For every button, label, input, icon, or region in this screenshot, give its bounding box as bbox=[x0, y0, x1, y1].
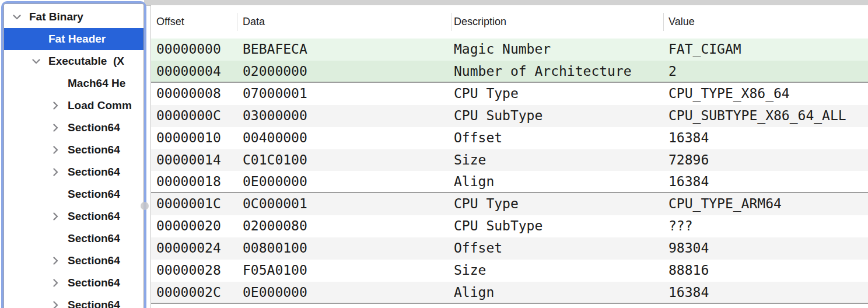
chevron-right-icon[interactable] bbox=[50, 277, 61, 289]
table-row[interactable]: 00000000 BEBAFECA Magic Number FAT_CIGAM bbox=[151, 38, 868, 61]
column-divider bbox=[237, 13, 237, 31]
cell-data: C01C0100 bbox=[243, 149, 307, 172]
cell-offset: 0000002C bbox=[156, 282, 221, 304]
cell-value: 16384 bbox=[668, 171, 709, 193]
cell-value: ??? bbox=[668, 215, 693, 237]
table-row[interactable]: 0000001C 0C000001 CPU Type CPU_TYPE_ARM6… bbox=[151, 193, 868, 215]
cell-description: Offset bbox=[454, 127, 502, 149]
cell-offset: 00000008 bbox=[156, 83, 221, 105]
sidebar-item-fat-binary-0[interactable]: Fat Binary bbox=[4, 6, 144, 28]
sidebar-item-section64-5[interactable]: Section64 bbox=[4, 117, 144, 139]
tree-item-label: Section64 bbox=[68, 144, 120, 156]
chevron-down-icon[interactable] bbox=[30, 55, 42, 67]
chevron-right-icon[interactable] bbox=[50, 100, 61, 111]
cell-data: 0C000001 bbox=[243, 193, 307, 215]
sidebar-item-section64-11[interactable]: Section64 bbox=[4, 250, 144, 272]
table-row[interactable]: 00000008 07000001 CPU Type CPU_TYPE_X86_… bbox=[151, 83, 868, 105]
cell-value: CPU_TYPE_X86_64 bbox=[668, 83, 790, 105]
cell-description: CPU Type bbox=[454, 193, 519, 215]
cell-value: 72896 bbox=[668, 149, 709, 172]
cell-value: 16384 bbox=[668, 127, 709, 149]
sidebar-item-section64-7[interactable]: Section64 bbox=[4, 161, 144, 183]
chevron-right-icon[interactable] bbox=[50, 144, 61, 156]
column-header-offset[interactable]: Offset bbox=[156, 5, 184, 38]
tree-item-label: Fat Header bbox=[48, 33, 106, 46]
cell-data: 03000000 bbox=[243, 105, 307, 127]
column-header-value[interactable]: Value bbox=[668, 5, 695, 38]
table-row[interactable]: 00000020 02000080 CPU SubType ??? bbox=[151, 215, 868, 237]
sidebar-tree: Fat Binary Fat Header Executable (X bbox=[4, 6, 144, 308]
cell-data: 00400000 bbox=[243, 127, 307, 149]
cell-description: Size bbox=[454, 260, 486, 282]
table-row[interactable]: 0000002C 0E000000 Align 16384 bbox=[151, 282, 868, 304]
sidebar-item-section64-12[interactable]: Section64 bbox=[4, 272, 144, 294]
chevron-down-icon[interactable] bbox=[11, 11, 23, 23]
cell-data: 02000000 bbox=[243, 61, 307, 83]
sidebar-item-load-comm-4[interactable]: Load Comm bbox=[4, 94, 144, 117]
cell-value: FAT_CIGAM bbox=[668, 38, 741, 61]
sidebar-item-section64-6[interactable]: Section64 bbox=[4, 139, 144, 161]
sidebar: Fat Binary Fat Header Executable (X bbox=[1, 1, 146, 308]
chevron-right-icon[interactable] bbox=[50, 255, 61, 267]
cell-offset: 00000010 bbox=[156, 127, 221, 149]
splitter-handle[interactable] bbox=[141, 202, 149, 210]
cell-description: CPU SubType bbox=[454, 215, 542, 237]
cell-description: Magic Number bbox=[454, 38, 551, 61]
cell-value: CPU_SUBTYPE_X86_64_ALL bbox=[668, 105, 846, 127]
table-row[interactable]: 0000000C 03000000 CPU SubType CPU_SUBTYP… bbox=[151, 105, 868, 127]
table-row[interactable]: 00000004 02000000 Number of Architecture… bbox=[151, 61, 868, 83]
cell-data: 0E000000 bbox=[243, 171, 307, 193]
cell-value: 88816 bbox=[668, 260, 709, 282]
sidebar-item-section64-9[interactable]: Section64 bbox=[4, 205, 144, 228]
tree-item-label: Mach64 He bbox=[68, 77, 125, 90]
tree-item-label: Executable (X bbox=[48, 55, 124, 68]
cell-data: F05A0100 bbox=[243, 260, 307, 282]
cell-data: 0E000000 bbox=[243, 282, 307, 304]
sidebar-item-mach64-he-3[interactable]: Mach64 He bbox=[4, 72, 144, 94]
cell-offset: 0000001C bbox=[156, 193, 221, 215]
tree-item-label: Section64 bbox=[68, 166, 120, 178]
tree-item-label: Section64 bbox=[68, 232, 120, 245]
sidebar-panel: Fat Binary Fat Header Executable (X bbox=[4, 4, 144, 308]
tree-item-label: Section64 bbox=[68, 254, 120, 267]
table-row[interactable]: 00000010 00400000 Offset 16384 bbox=[151, 127, 868, 149]
table-row[interactable]: 00000028 F05A0100 Size 88816 bbox=[151, 260, 868, 282]
cell-description: CPU SubType bbox=[454, 105, 542, 127]
sidebar-item-executable-x-2[interactable]: Executable (X bbox=[4, 50, 144, 72]
cell-description: Offset bbox=[454, 237, 502, 260]
chevron-right-icon[interactable] bbox=[50, 211, 61, 222]
sidebar-item-section64-13[interactable]: Section64 bbox=[4, 294, 144, 308]
cell-offset: 00000024 bbox=[156, 237, 221, 260]
table-row[interactable]: 00000014 C01C0100 Size 72896 bbox=[151, 149, 868, 172]
table-row[interactable]: 00000018 0E000000 Align 16384 bbox=[151, 171, 868, 193]
cell-value: CPU_TYPE_ARM64 bbox=[668, 193, 782, 215]
tree-item-label: Section64 bbox=[68, 188, 120, 201]
cell-offset: 00000020 bbox=[156, 215, 221, 237]
cell-description: Number of Architecture bbox=[454, 61, 632, 83]
cell-offset: 00000000 bbox=[156, 38, 221, 61]
tree-item-label: Fat Binary bbox=[29, 10, 83, 23]
cell-data: 00800100 bbox=[243, 237, 307, 260]
tree-item-label: Section64 bbox=[68, 299, 120, 308]
column-header-description[interactable]: Description bbox=[454, 5, 506, 38]
chevron-right-icon[interactable] bbox=[50, 299, 61, 308]
cell-description: Align bbox=[454, 171, 494, 193]
chevron-right-icon[interactable] bbox=[50, 122, 61, 134]
cell-description: CPU Type bbox=[454, 83, 519, 105]
cell-description: Size bbox=[454, 149, 486, 172]
sidebar-item-section64-10[interactable]: Section64 bbox=[4, 228, 144, 250]
table-row[interactable]: 00000024 00800100 Offset 98304 bbox=[151, 237, 868, 260]
sidebar-item-section64-8[interactable]: Section64 bbox=[4, 183, 144, 205]
structure-table-panel: OffsetDataDescriptionValue 00000000 BEBA… bbox=[150, 5, 868, 308]
cell-offset: 00000014 bbox=[156, 149, 221, 172]
cell-offset: 00000028 bbox=[156, 260, 221, 282]
tree-item-label: Section64 bbox=[68, 210, 120, 223]
cell-value: 98304 bbox=[668, 237, 709, 260]
sidebar-item-fat-header-1[interactable]: Fat Header bbox=[4, 28, 144, 50]
cell-data: BEBAFECA bbox=[243, 38, 307, 61]
column-divider bbox=[451, 13, 452, 31]
table-header-row: OffsetDataDescriptionValue bbox=[151, 5, 868, 39]
cell-data: 07000001 bbox=[243, 83, 307, 105]
column-header-data[interactable]: Data bbox=[243, 5, 265, 38]
chevron-right-icon[interactable] bbox=[50, 166, 61, 178]
